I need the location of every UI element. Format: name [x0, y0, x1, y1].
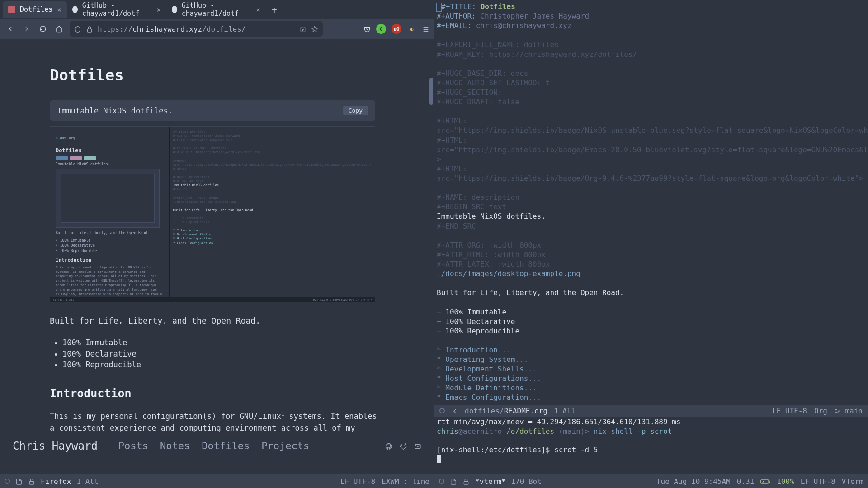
- buffer-name: *vterm*: [475, 477, 505, 486]
- forward-button[interactable]: [21, 23, 33, 35]
- tab-strip: Dotfiles × GitHub - chayward1/dotf × Git…: [0, 0, 434, 19]
- buffer-clean-icon: [5, 479, 10, 484]
- reload-button[interactable]: [37, 23, 49, 35]
- tab-dotfiles[interactable]: Dotfiles ×: [3, 1, 67, 18]
- emacs-frame: #+TITLE: Dotfiles#+AUTHOR: Christopher J…: [434, 0, 868, 474]
- github-icon[interactable]: [385, 441, 392, 450]
- tab-title: GitHub - chayward1/dotf: [182, 1, 251, 18]
- close-icon[interactable]: ×: [57, 5, 61, 14]
- tab-title: Dotfiles: [20, 5, 52, 14]
- home-button[interactable]: [53, 23, 65, 35]
- shield-icon[interactable]: [74, 25, 81, 33]
- tab-github-1[interactable]: GitHub - chayward1/dotf ×: [67, 1, 166, 18]
- bookmark-icon[interactable]: [311, 25, 318, 33]
- buffer-name: Firefox: [41, 477, 71, 486]
- modeline-left: Firefox 1 All LF UTF-8 EXWM : line: [0, 474, 434, 488]
- svg-rect-9: [769, 481, 770, 482]
- file-icon: [15, 477, 23, 486]
- feature-list: 100% Immutable 100% Declarative 100% Rep…: [50, 337, 384, 371]
- footer-nav: Posts Notes Dotfiles Projects: [118, 440, 309, 451]
- major-mode: EXWM : line: [382, 477, 429, 486]
- screenshot-thumbnail: README.org Dotfiles Immutable NixOS dotf…: [50, 126, 375, 302]
- vterm-buffer[interactable]: rtt min/avg/max/mdev = 49.294/186.651/36…: [434, 417, 868, 474]
- lock-icon[interactable]: [86, 25, 93, 33]
- svg-rect-7: [464, 481, 468, 484]
- buffer-path: dotfiles/README.org: [465, 407, 547, 415]
- browser-viewport[interactable]: Dotfiles Immutable NixOS dotfiles. Copy …: [0, 39, 434, 474]
- encoding: LF UTF-8: [772, 407, 807, 415]
- major-mode: VTerm: [842, 477, 863, 486]
- list-item: 100% Immutable: [62, 337, 384, 348]
- page-title: Dotfiles: [50, 66, 384, 84]
- copy-button[interactable]: Copy: [343, 106, 368, 115]
- brand[interactable]: Chris Hayward: [13, 440, 98, 452]
- mail-icon[interactable]: [414, 441, 421, 450]
- nav-posts[interactable]: Posts: [118, 440, 148, 451]
- lock-icon: [28, 477, 35, 486]
- url-bar[interactable]: https://chrishayward.xyz/dotfiles/: [70, 21, 323, 37]
- ext-tampermonkey[interactable]: ◐: [407, 24, 417, 34]
- svg-point-4: [835, 412, 836, 413]
- scrollbar-thumb[interactable]: [429, 78, 433, 105]
- browser-toolbar: https://chrishayward.xyz/dotfiles/ G uO …: [0, 19, 434, 39]
- tab-title: GitHub - chayward1/dotf: [82, 1, 152, 18]
- svg-rect-6: [29, 481, 33, 484]
- svg-point-3: [835, 409, 836, 410]
- battery-pct: 100%: [777, 477, 794, 486]
- file-icon: [450, 477, 457, 486]
- ext-grammarly[interactable]: G: [376, 24, 386, 34]
- buffer-pos: 1 All: [76, 477, 98, 486]
- close-icon[interactable]: ×: [156, 5, 161, 14]
- favicon-icon: [8, 6, 15, 13]
- list-item: 100% Reproducible: [62, 359, 384, 371]
- buffer-pos: 170 Bot: [511, 477, 541, 486]
- modeline-right: *vterm* 170 Bot Tue Aug 10 9:45AM 0.31 1…: [434, 474, 868, 488]
- ext-ublock[interactable]: uO: [392, 24, 401, 34]
- buffer-clean-icon: [439, 479, 444, 484]
- load-avg: 0.31: [737, 477, 755, 486]
- code-text: Immutable NixOS dotfiles.: [57, 106, 173, 115]
- reader-icon[interactable]: [299, 25, 307, 33]
- site-footer: Chris Hayward Posts Notes Dotfiles Proje…: [0, 433, 434, 458]
- svg-rect-8: [761, 480, 769, 483]
- pocket-icon[interactable]: [363, 25, 371, 33]
- encoding: LF UTF-8: [340, 477, 375, 486]
- svg-rect-0: [87, 29, 91, 32]
- lead-text: Built for Life, Liberty, and the Open Ro…: [50, 316, 384, 325]
- lock-icon: [462, 477, 470, 486]
- page-content: Dotfiles Immutable NixOS dotfiles. Copy …: [0, 39, 434, 446]
- browser-window: Dotfiles × GitHub - chayward1/dotf × Git…: [0, 0, 434, 474]
- back-icon[interactable]: [451, 407, 458, 415]
- major-mode: Org: [814, 407, 827, 415]
- datetime: Tue Aug 10 9:45AM: [656, 477, 731, 486]
- nav-dotfiles[interactable]: Dotfiles: [202, 440, 250, 451]
- back-button[interactable]: [5, 23, 16, 35]
- buffer-pos: 1 All: [554, 407, 576, 415]
- battery-icon: [760, 477, 770, 486]
- editor-modeline: dotfiles/README.org 1 All LF UTF-8 Org m…: [434, 405, 868, 417]
- gitlab-icon[interactable]: [400, 441, 407, 450]
- git-branch: main: [835, 407, 863, 415]
- list-item: 100% Declarative: [62, 348, 384, 360]
- toolbar-actions: G uO ◐: [363, 24, 429, 34]
- nav-notes[interactable]: Notes: [160, 440, 190, 451]
- close-icon[interactable]: ×: [256, 5, 260, 14]
- nav-projects[interactable]: Projects: [261, 440, 309, 451]
- url-text: https://chrishayward.xyz/dotfiles/: [98, 25, 295, 33]
- buffer-clean-icon: [439, 408, 445, 413]
- github-icon: [172, 6, 177, 13]
- github-icon: [72, 6, 78, 13]
- new-tab-button[interactable]: +: [266, 4, 283, 15]
- tab-github-2[interactable]: GitHub - chayward1/dotf ×: [166, 1, 266, 18]
- menu-icon[interactable]: [422, 25, 429, 33]
- encoding: LF UTF-8: [801, 477, 835, 486]
- code-block: Immutable NixOS dotfiles. Copy: [50, 100, 375, 121]
- section-heading: Introduction: [50, 387, 384, 400]
- global-modeline: Firefox 1 All LF UTF-8 EXWM : line *vter…: [0, 474, 868, 488]
- org-buffer[interactable]: #+TITLE: Dotfiles#+AUTHOR: Christopher J…: [434, 0, 868, 405]
